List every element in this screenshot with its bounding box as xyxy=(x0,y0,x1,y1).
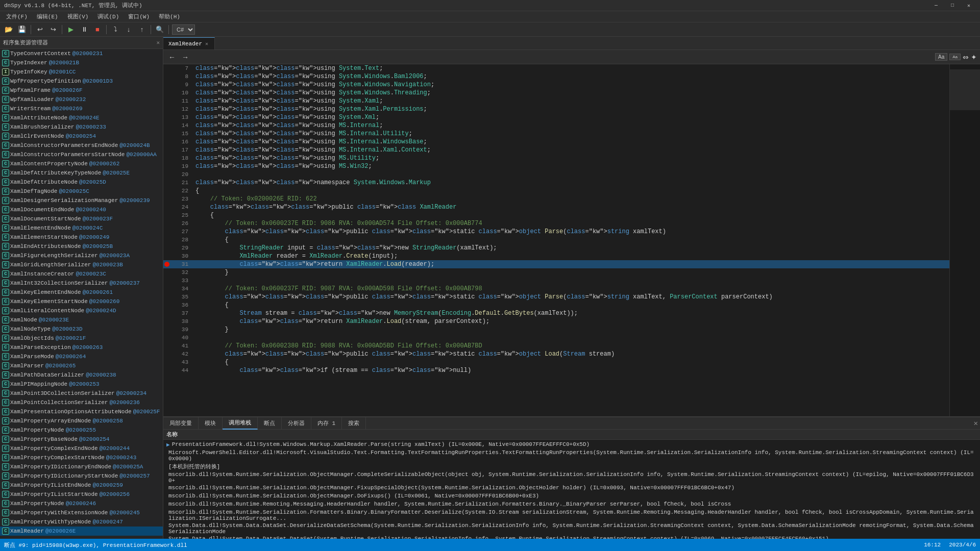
breakpoint-col[interactable] xyxy=(163,162,170,170)
tree-item[interactable]: CXamlConstructorParametersStartNode @020… xyxy=(0,150,163,159)
tree-item[interactable]: CXamlPropertyIDictionaryEndNode @0200025… xyxy=(0,462,163,471)
breakpoint-col[interactable] xyxy=(163,105,170,113)
menu-view[interactable]: 视图(V) xyxy=(63,12,93,21)
language-select[interactable]: C# VB IL xyxy=(172,24,195,35)
callstack-row[interactable]: mscorlib.dll!System.Runtime.Serializatio… xyxy=(163,471,980,484)
tree-item[interactable]: CWpfXamlFrame @0200026F xyxy=(0,86,163,95)
toolbar-undo-btn[interactable]: ↩ xyxy=(34,24,45,35)
breakpoint-col[interactable] xyxy=(163,236,170,244)
tree-item[interactable]: CXamlDefTagNode @0200025C xyxy=(0,187,163,196)
bottom-content[interactable]: ▶PresentationFramework.dll!System.Window… xyxy=(163,440,980,539)
tree-item[interactable]: CXamlPropertyComplexEndNode @02000244 xyxy=(0,444,163,453)
word-wrap-btn[interactable]: ⇔ xyxy=(963,53,969,61)
breakpoint-col[interactable] xyxy=(163,285,170,293)
breakpoint-col[interactable] xyxy=(163,366,170,374)
tree-item[interactable]: CXamlPathDataSerializer @02000238 xyxy=(0,370,163,380)
breakpoint-col[interactable] xyxy=(163,228,170,236)
breakpoint-col[interactable] xyxy=(163,350,170,358)
toolbar-save-btn[interactable]: 💾 xyxy=(16,24,28,35)
bottom-tab-modules[interactable]: 模块 xyxy=(199,417,223,430)
tree-item[interactable]: CTypeConvertContext @02000231 xyxy=(0,49,163,58)
menu-debug[interactable]: 调试(D) xyxy=(93,12,123,21)
tree-item[interactable]: CXamlPropertyBaseNode @02000254 xyxy=(0,435,163,444)
bottom-tab-search[interactable]: 搜索 xyxy=(342,417,366,430)
nav-forward-btn[interactable]: → xyxy=(180,53,191,61)
tree-item[interactable]: CXamlLiteralContentNode @0200024D xyxy=(0,306,163,315)
toolbar-step-out[interactable]: ↑ xyxy=(136,24,148,35)
toolbar-stop-btn[interactable]: ■ xyxy=(92,24,103,35)
callstack-row[interactable]: mscorlib.dll!System.Runtime.Serializatio… xyxy=(163,484,980,492)
breakpoint-col[interactable] xyxy=(163,170,170,179)
breakpoint-col[interactable] xyxy=(163,317,170,325)
breakpoint-col[interactable] xyxy=(163,89,170,97)
tree-item[interactable]: CXamlKeyElementStartNode @02000260 xyxy=(0,297,163,306)
callstack-row[interactable]: [本机到托管的转换] xyxy=(163,462,980,471)
tree-item[interactable]: CXamlPoint3DCollectionSerializer @020002… xyxy=(0,389,163,398)
tab-close-btn[interactable]: ✕ xyxy=(204,41,209,47)
tree-item[interactable]: CWpfPropertyDefinition @020001D3 xyxy=(0,77,163,86)
tree-item[interactable]: CXamlPresentationOptionsAttributeNode @0… xyxy=(0,407,163,416)
bottom-tab-locals[interactable]: 局部变量 xyxy=(163,417,199,430)
tree-item[interactable]: CXamlDesignerSerializationManager @02000… xyxy=(0,196,163,205)
callstack-row[interactable]: ▶PresentationFramework.dll!System.Window… xyxy=(163,441,980,449)
tree-item[interactable]: CXamlParseException @02000263 xyxy=(0,343,163,352)
callstack-row[interactable]: System.Data.dll!System.Data.DataSet.Dese… xyxy=(163,522,980,535)
breakpoint-col[interactable] xyxy=(163,309,170,317)
font-decrease-btn[interactable]: Aa xyxy=(949,54,961,60)
tree-item[interactable]: CXamlPropertyNode @02000246 xyxy=(0,499,163,508)
tree-item[interactable]: CXamlAttributeNode @0200024E xyxy=(0,113,163,122)
breakpoint-col[interactable] xyxy=(163,203,170,211)
breakpoint-col[interactable] xyxy=(163,179,170,187)
close-button[interactable]: ✕ xyxy=(962,1,976,10)
breakpoint-col[interactable] xyxy=(163,81,170,89)
menu-help[interactable]: 帮助(H) xyxy=(155,12,184,21)
breakpoint-col[interactable] xyxy=(163,72,170,81)
bottom-tab-breakpoints[interactable]: 断点 xyxy=(258,417,282,430)
callstack-row[interactable]: Microsoft.PowerShell.Editor.dll!Microsof… xyxy=(163,449,980,462)
tree-item[interactable]: CXamlPropertyIListEndNode @02000259 xyxy=(0,481,163,490)
tree-item[interactable]: CXamlKeyElementEndNode @02000261 xyxy=(0,288,163,297)
menu-file[interactable]: 文件(F) xyxy=(2,12,32,21)
tree-item[interactable]: CXamlPIMappingNode @02000253 xyxy=(0,380,163,389)
tree-item[interactable]: CXamlNode @0200023E xyxy=(0,315,163,324)
tree-item[interactable]: CXamlInt32CollectionSerializer @02000237 xyxy=(0,279,163,288)
toolbar-pause-btn[interactable]: ⏸ xyxy=(79,24,90,35)
breakpoint-col[interactable] xyxy=(163,301,170,309)
breakpoint-col[interactable] xyxy=(163,138,170,146)
toolbar-open-btn[interactable]: 📂 xyxy=(3,24,14,35)
tree-item[interactable]: CXamlDefAttributeKeyTypeNode @020025E xyxy=(0,168,163,178)
breakpoint-col[interactable] xyxy=(163,121,170,130)
font-increase-btn[interactable]: Aa xyxy=(935,53,947,61)
breakpoint-col[interactable] xyxy=(163,64,170,72)
tree-item[interactable]: CXamlObjectIds @0200021F xyxy=(0,334,163,343)
left-panel-close[interactable]: ✕ xyxy=(156,39,160,46)
tree-item[interactable]: CXamlPropertyNode @02000255 xyxy=(0,425,163,435)
tab-xamlreader[interactable]: XamlReader ✕ xyxy=(163,37,215,49)
tree-item[interactable]: CXamlReader @0200026E xyxy=(0,527,163,536)
breakpoint-col[interactable] xyxy=(163,113,170,121)
tree-item[interactable]: CWpfXamlLoader @02000232 xyxy=(0,95,163,104)
tree-item[interactable]: CXamlConstructorParametersEndNode @02000… xyxy=(0,141,163,150)
breakpoint-col[interactable] xyxy=(163,97,170,105)
bottom-tab-analyzer[interactable]: 分析器 xyxy=(282,417,311,430)
menu-edit[interactable]: 编辑(E) xyxy=(33,12,62,21)
tree-item[interactable]: CXamlNodeType @0200023D xyxy=(0,324,163,334)
bottom-tab-memory[interactable]: 内存 1 xyxy=(311,417,342,430)
breakpoint-col[interactable] xyxy=(163,146,170,154)
tree-item[interactable]: CXamlPointCollectionSerializer @02000236 xyxy=(0,398,163,407)
tree-item[interactable]: CXamlContentPropertyNode @02000262 xyxy=(0,159,163,168)
tree-item[interactable]: CXamlPropertyWithTypeNode @02000247 xyxy=(0,517,163,527)
tree-item[interactable]: CXamlBrushSerializer @02000233 xyxy=(0,122,163,132)
toolbar-start-btn[interactable]: ▶ xyxy=(65,24,77,35)
tree-item[interactable]: CXamlPropertyComplexStartNode @02000243 xyxy=(0,453,163,462)
tree-item[interactable]: ITypeInfoKey @02001CC xyxy=(0,67,163,77)
breakpoint-col[interactable] xyxy=(163,219,170,228)
tree-item[interactable]: CXamlEndAttributesNode @0200025B xyxy=(0,242,163,251)
code-area[interactable]: 7class="kw">class="kw">class="kw">using … xyxy=(163,64,949,416)
tree-item[interactable]: CXamlPropertyArrayEndNode @02000258 xyxy=(0,416,163,425)
tree-item[interactable]: CXamlDefAttributeNode @020025D xyxy=(0,178,163,187)
tree-item[interactable]: CXamlPropertyWithExtensionNode @02000245 xyxy=(0,508,163,517)
breakpoint-col[interactable] xyxy=(163,277,170,285)
toolbar-search-btn[interactable]: 🔍 xyxy=(154,24,165,35)
callstack-row[interactable]: System.Data.dll!System.Data.DataSet.Data… xyxy=(163,535,980,539)
